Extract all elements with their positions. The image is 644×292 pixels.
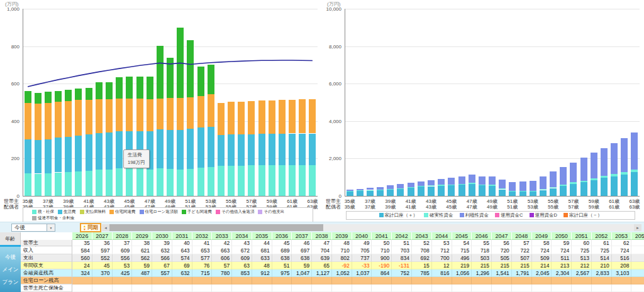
legend-item: 確実性資金 bbox=[424, 213, 453, 218]
table-value-cell: 2,304 bbox=[552, 269, 572, 277]
row-label: 世帯主 bbox=[21, 240, 72, 246]
table-value-cell: 562 bbox=[132, 254, 152, 262]
bar-segment bbox=[377, 190, 384, 190]
row-label: 支出 bbox=[21, 254, 72, 262]
table-value-cell: 780 bbox=[212, 269, 232, 277]
table-value-cell bbox=[392, 277, 412, 284]
table-value-cell: 975 bbox=[272, 269, 292, 277]
table-value-cell: 574 bbox=[172, 254, 192, 262]
bar-segment bbox=[458, 184, 465, 185]
table-value-cell: 632 bbox=[152, 247, 172, 254]
bar-segment bbox=[367, 190, 374, 191]
table-value-cell: 59 bbox=[292, 262, 312, 269]
table-year-cell: 2050 bbox=[552, 232, 572, 240]
y-tick-label: 2,000 bbox=[322, 156, 341, 161]
table-value-cell: 1,037 bbox=[352, 269, 372, 277]
table-age-cell: 51 bbox=[392, 240, 412, 246]
table-value-cell: 1,052 bbox=[332, 269, 352, 277]
table-value-cell: 556 bbox=[113, 254, 133, 262]
scroll-right-icon[interactable]: ► bbox=[634, 224, 641, 231]
table-value-cell bbox=[631, 247, 644, 254]
bar-segment bbox=[408, 183, 414, 187]
bar-segment bbox=[509, 192, 516, 196]
table-value-cell: 752 bbox=[392, 269, 412, 277]
table-year-cell: 2036 bbox=[272, 232, 292, 240]
table-value-cell: 724 bbox=[552, 247, 572, 254]
legend-label: 家計口座（－） bbox=[569, 213, 602, 218]
bar-segment bbox=[530, 191, 536, 192]
y-tick-label: 800 bbox=[0, 44, 19, 50]
table-value-cell: 643 bbox=[172, 247, 192, 254]
tooltip-series-name: 生活費 bbox=[128, 151, 145, 159]
bar-segment bbox=[469, 183, 475, 184]
x-tick-label: 49歳 bbox=[482, 203, 502, 210]
bar-segment bbox=[611, 174, 618, 176]
table-value-cell: 609 bbox=[232, 254, 252, 262]
table-value-cell bbox=[592, 277, 612, 284]
legend-label: その他借入金返済 bbox=[221, 210, 254, 214]
x-tick-label: 61歳 bbox=[604, 203, 625, 210]
sync-button[interactable]: ▲▼ 同期 bbox=[80, 223, 101, 232]
table-age-cell: 55 bbox=[472, 240, 492, 246]
table-value-cell: 681 bbox=[252, 247, 272, 254]
table-value-cell bbox=[612, 284, 632, 292]
x-axis-line bbox=[345, 196, 640, 197]
bar-segment bbox=[499, 188, 506, 189]
table-row-assets: 金融資産残高3243704254875576327157808539129751… bbox=[21, 269, 644, 277]
bar-segment bbox=[397, 188, 404, 189]
x-tick-label: 41歳 bbox=[401, 203, 421, 210]
chart-legend: 家計口座（＋）確実性資金利殖性資金運用資金C運用資金D家計口座（－） bbox=[346, 211, 635, 220]
legend-label: 生活費 bbox=[64, 210, 76, 214]
plan-dropdown-value: 今後 bbox=[12, 224, 47, 232]
table-value-cell: 212 bbox=[572, 262, 592, 269]
table-value-cell: 324 bbox=[72, 269, 92, 277]
bar-segment bbox=[428, 185, 435, 186]
table-value-cell: 700 bbox=[432, 254, 452, 262]
bar-segment bbox=[570, 163, 577, 183]
income-total-line bbox=[23, 9, 318, 196]
y-axis-line bbox=[345, 9, 345, 196]
scrollbar-thumb[interactable] bbox=[109, 224, 323, 231]
legend-swatch-icon bbox=[258, 210, 262, 214]
table-year-cell: 2041 bbox=[372, 232, 392, 240]
bar-segment bbox=[580, 181, 587, 183]
table-value-cell: 724 bbox=[532, 247, 552, 254]
table-value-cell: 802 bbox=[332, 254, 352, 262]
bar-segment bbox=[499, 180, 506, 188]
table-value-cell: 57 bbox=[212, 262, 232, 269]
table-age-cell: 41 bbox=[192, 240, 213, 246]
table-year-cell: 2039 bbox=[332, 232, 352, 240]
bar-segment bbox=[357, 191, 364, 196]
bar-segment bbox=[469, 184, 475, 196]
table-year-header-row: 2026202720282029203020312032203320342035… bbox=[72, 232, 644, 240]
table-value-cell: 834 bbox=[392, 254, 412, 262]
table-value-cell: 1,296 bbox=[472, 269, 492, 277]
table-horizontal-scrollbar[interactable]: ◄ ► bbox=[102, 224, 641, 231]
table-value-cell bbox=[132, 284, 152, 292]
legend-swatch-icon bbox=[182, 210, 186, 214]
table-value-cell: 708 bbox=[412, 247, 432, 254]
table-value-cell: 560 bbox=[72, 254, 92, 262]
bar-segment bbox=[438, 186, 445, 196]
table-row-balance: 年間収支24455359676976576348515965-92-33-190… bbox=[21, 262, 644, 269]
plan-dropdown[interactable]: 今後 ▼ bbox=[11, 224, 55, 232]
table-value-cell bbox=[72, 277, 92, 284]
table-value-cell bbox=[332, 277, 352, 284]
table-value-cell: 663 bbox=[212, 247, 232, 254]
bar-segment bbox=[347, 190, 353, 191]
table-year-cell: 2029 bbox=[132, 232, 152, 240]
scroll-left-icon[interactable]: ◄ bbox=[102, 224, 109, 231]
bar-segment bbox=[580, 158, 587, 181]
table-value-cell bbox=[212, 284, 232, 292]
bar-segment bbox=[448, 178, 455, 185]
table-value-cell bbox=[352, 284, 372, 292]
table-value-cell: 697 bbox=[292, 247, 312, 254]
table-value-cell bbox=[332, 284, 352, 292]
dropdown-arrow-icon[interactable]: ▼ bbox=[47, 224, 55, 231]
table-value-cell: -131 bbox=[392, 262, 412, 269]
bar-segment bbox=[560, 167, 567, 185]
table-age-cell: 47 bbox=[312, 240, 332, 246]
row-label: 世帯主死亡保険金 bbox=[21, 284, 72, 292]
table-age-cell: 46 bbox=[292, 240, 312, 246]
table-value-cell bbox=[232, 284, 252, 292]
